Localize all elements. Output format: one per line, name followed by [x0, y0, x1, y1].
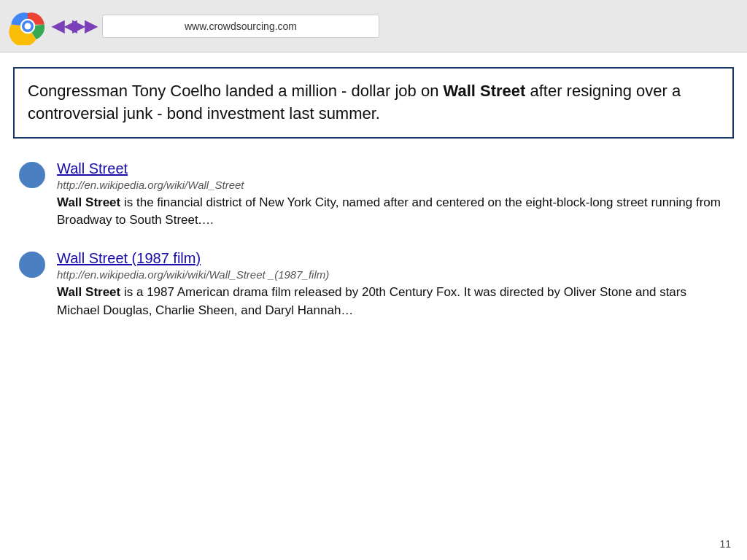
- content-area: Congressman Tony Coelho landed a million…: [0, 52, 747, 560]
- result-url-2: http://en.wikipedia.org/wiki/wiki/Wall_S…: [57, 268, 728, 281]
- result-item-2: Wall Street (1987 film) http://en.wikipe…: [19, 250, 728, 319]
- result-title-2[interactable]: Wall Street (1987 film): [57, 250, 728, 267]
- result-desc-rest-2: is a 1987 American drama film released b…: [57, 285, 686, 317]
- address-bar[interactable]: www.crowdsourcing.com: [102, 15, 379, 38]
- result-content-2: Wall Street (1987 film) http://en.wikipe…: [57, 250, 728, 319]
- chrome-logo: [9, 7, 47, 45]
- quote-bold: Wall Street: [443, 82, 525, 100]
- result-title-1[interactable]: Wall Street: [57, 160, 728, 177]
- result-content-1: Wall Street http://en.wikipedia.org/wiki…: [57, 160, 728, 230]
- results-container: Wall Street http://en.wikipedia.org/wiki…: [13, 160, 734, 320]
- page-number: 11: [719, 538, 731, 550]
- result-desc-bold-2: Wall Street: [57, 285, 120, 299]
- result-url-1: http://en.wikipedia.org/wiki/Wall_Street: [57, 179, 728, 191]
- nav-arrows: ◀◀ ▶▶: [55, 18, 93, 35]
- svg-point-2: [25, 23, 31, 29]
- result-description-1: Wall Street is the financial district of…: [57, 194, 728, 230]
- result-bullet-2: [19, 252, 45, 278]
- result-desc-bold-1: Wall Street: [57, 195, 120, 209]
- browser-chrome: ◀◀ ▶▶ www.crowdsourcing.com: [0, 0, 747, 52]
- url-text: www.crowdsourcing.com: [185, 20, 297, 32]
- forward-arrow[interactable]: ▶▶: [76, 18, 93, 35]
- result-bullet-1: [19, 162, 45, 188]
- back-arrow[interactable]: ◀◀: [55, 18, 73, 35]
- result-item-1: Wall Street http://en.wikipedia.org/wiki…: [19, 160, 728, 230]
- quote-box: Congressman Tony Coelho landed a million…: [13, 67, 734, 139]
- result-desc-rest-1: is the financial district of New York Ci…: [57, 195, 721, 228]
- quote-text-before: Congressman Tony Coelho landed a million…: [28, 82, 443, 100]
- result-description-2: Wall Street is a 1987 American drama fil…: [57, 284, 728, 319]
